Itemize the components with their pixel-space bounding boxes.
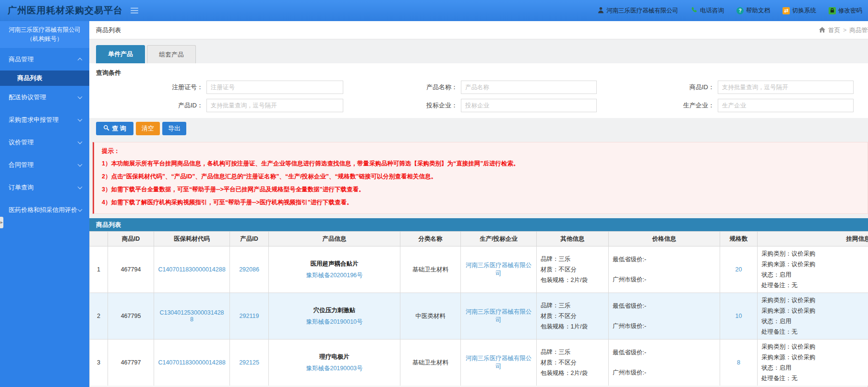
switch-system-link[interactable]: ⇄ 切换系统 [783, 7, 816, 15]
phone-consult-link[interactable]: 电话咨询 [691, 7, 724, 15]
city-price: 广州市级价:- [613, 274, 716, 285]
brand: 品牌：三乐 [541, 254, 604, 264]
col-product-info: 产品信息 [269, 232, 400, 246]
tips-line-2: 2）点击“医保耗材代码”、“产品ID”、产品信息汇总的“注册证名称”、“生产/投… [102, 170, 860, 183]
table-row: 2 467795 C1304012530000314288 292119 穴位压… [90, 293, 868, 340]
search-button[interactable]: 查 询 [96, 122, 133, 135]
table-header-row: 商品ID 医保耗材代码 产品ID 产品信息 分类名称 生产/投标企业 其他信息 … [90, 232, 868, 246]
product-name-label: 产品名称： [343, 83, 461, 92]
product-tabs: 单件产品 组套产品 [96, 45, 868, 63]
tab-single-product[interactable]: 单件产品 [96, 45, 145, 63]
material: 材质：不区分 [541, 357, 604, 368]
goods-list-section-title: 商品列表 [89, 218, 868, 231]
goods-id-label: 商品ID： [597, 83, 718, 92]
sidebar-item-delivery-agreement[interactable]: 配送协议管理 [0, 86, 89, 108]
tab-suite-product[interactable]: 组套产品 [147, 45, 196, 63]
chevron-down-icon [78, 207, 83, 211]
product-id-label: 产品ID： [89, 101, 206, 110]
main-content: 商品列表 首页 > 商品管理 单件产品 组套产品 查询条件 注册证号： 产品名称… [89, 21, 868, 387]
package-spec: 包装规格：2片/袋 [541, 275, 604, 285]
search-button-label: 查 询 [112, 124, 126, 133]
page-title: 商品列表 [96, 26, 121, 35]
purchase-type: 采购类别：议价采购 [761, 295, 868, 305]
package-spec: 包装规格：1片/袋 [541, 321, 604, 332]
goods-id: 467794 [108, 246, 154, 293]
package-spec: 包装规格：2片/袋 [541, 368, 604, 378]
org-account-type: （机构账号） [0, 35, 89, 44]
province-price: 最低省级价:- [613, 301, 716, 311]
query-panel: 查询条件 注册证号： 产品名称： 商品ID： 产品ID： 投标企业： 生产企业： [89, 63, 868, 118]
query-panel-title: 查询条件 [89, 63, 868, 81]
goods-id-input[interactable] [718, 81, 854, 94]
change-password-label: 修改密码 [838, 7, 862, 15]
purchase-type: 采购类别：议价采购 [761, 341, 868, 352]
product-id-link[interactable]: 292119 [240, 313, 259, 319]
tips-title: 提示： [102, 145, 860, 157]
phone-icon [691, 7, 698, 15]
sidebar-collapse-handle[interactable]: ▶ [0, 217, 3, 228]
remark: 处理备注：无 [761, 373, 868, 384]
sidebar-item-price-negotiation[interactable]: 议价管理 [0, 131, 89, 153]
goods-table-wrap: 商品ID 医保耗材代码 产品ID 产品信息 分类名称 生产/投标企业 其他信息 … [89, 231, 868, 386]
chevron-down-icon [78, 184, 83, 189]
breadcrumb-home[interactable]: 首页 [828, 26, 840, 35]
product-id-input[interactable] [206, 99, 343, 112]
current-account[interactable]: 河南三乐医疗器械有限公司 [598, 7, 678, 15]
company-link[interactable]: 河南三乐医疗器械有限公司 [466, 355, 532, 370]
product-name-input[interactable] [461, 81, 597, 94]
insurance-code-link[interactable]: C1407011830000014288 [158, 266, 225, 273]
goods-id: 467797 [108, 340, 154, 386]
tips-panel: 提示： 1）本功能展示所有平台挂网商品信息，各机构可按注册证、生产企业等信息进行… [93, 142, 868, 214]
export-button[interactable]: 导出 [162, 122, 186, 135]
reg-no-input[interactable] [206, 81, 343, 94]
sidebar-subitem-goods-list[interactable]: 商品列表 [0, 70, 89, 86]
org-account-block: 河南三乐医疗器械有限公司 （机构账号） [0, 21, 89, 48]
reg-no-label: 注册证号： [89, 83, 206, 92]
change-password-link[interactable]: 修改密码 [829, 7, 862, 15]
insurance-code-link[interactable]: C1304012530000314288 [159, 309, 224, 323]
sidebar-item-credit-evaluation[interactable]: 医药价格和招采信用评价 [0, 199, 89, 221]
spec-count-link[interactable]: 10 [735, 313, 742, 319]
company-link[interactable]: 河南三乐医疗器械有限公司 [466, 262, 532, 277]
breadcrumb: 首页 > 商品管理 [819, 21, 868, 39]
province-price: 最低省级价:- [613, 254, 716, 265]
sidebar-menu: 商品管理 商品列表 配送协议管理 采购需求申报管理 议价管理 合同管理 订单查询… [0, 48, 89, 221]
product-id-link[interactable]: 292125 [239, 359, 259, 366]
sidebar-item-procurement-demand[interactable]: 采购需求申报管理 [0, 108, 89, 131]
col-category: 分类名称 [400, 232, 461, 246]
chevron-down-icon [78, 139, 83, 144]
chevron-down-icon [78, 94, 83, 99]
category: 基础卫生材料 [400, 246, 461, 293]
breadcrumb-current: 商品管理 [849, 26, 868, 35]
account-label: 河南三乐医疗器械有限公司 [606, 7, 678, 15]
col-company: 生产/投标企业 [461, 232, 537, 246]
col-goods-id: 商品ID [108, 232, 154, 246]
sidebar-item-order-query[interactable]: 订单查询 [0, 176, 89, 199]
registration-no-link[interactable]: 豫郑械备20200196号 [306, 272, 362, 279]
sidebar-item-goods-management[interactable]: 商品管理 [0, 48, 89, 70]
clear-button[interactable]: 清空 [136, 122, 160, 135]
manufacturer-input[interactable] [718, 99, 854, 112]
insurance-code-link[interactable]: C1407011830000014288 [158, 359, 225, 366]
spec-count-link[interactable]: 8 [737, 359, 740, 366]
search-icon [103, 125, 109, 132]
city-price: 广州市级价:- [613, 321, 716, 331]
product-id-link[interactable]: 292086 [239, 266, 259, 273]
org-name: 河南三乐医疗器械有限公司 [0, 25, 89, 35]
menu-toggle-icon[interactable] [131, 8, 138, 13]
spec-count-link[interactable]: 20 [735, 266, 742, 273]
help-doc-link[interactable]: ? 帮助文档 [736, 7, 770, 15]
status: 状态：启用 [761, 270, 868, 280]
breadcrumb-separator: > [843, 27, 846, 34]
tips-line-3: 3）如需下载平台全量数据，可至“帮助手册-->平台已挂网产品及规格型号全量数据”… [102, 183, 860, 196]
bidding-company-input[interactable] [461, 99, 597, 112]
material: 材质：不区分 [541, 264, 604, 275]
manufacturer-label: 生产企业： [597, 101, 718, 110]
registration-no-link[interactable]: 豫郑械备20190010号 [306, 318, 362, 325]
col-price-info: 价格信息 [609, 232, 720, 246]
sidebar-item-contract-management[interactable]: 合同管理 [0, 153, 89, 176]
company-link[interactable]: 河南三乐医疗器械有限公司 [466, 308, 532, 323]
material: 材质：不区分 [541, 311, 604, 321]
registration-no-link[interactable]: 豫郑械备20190003号 [306, 365, 362, 372]
help-doc-label: 帮助文档 [746, 7, 770, 15]
